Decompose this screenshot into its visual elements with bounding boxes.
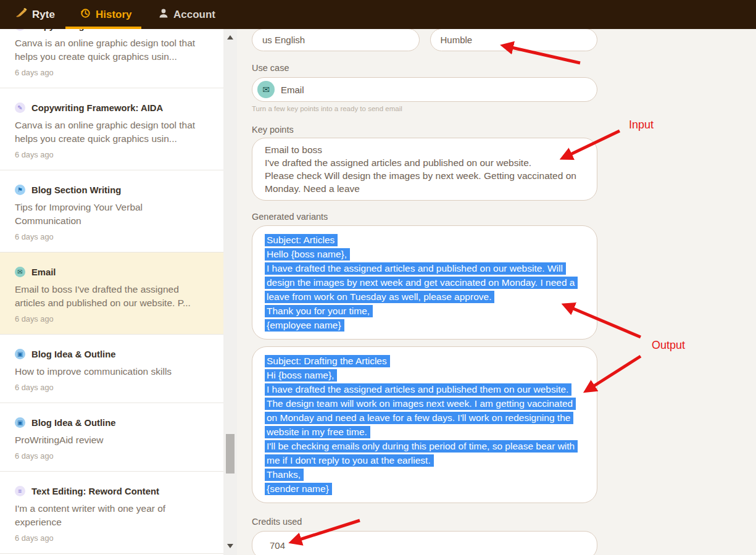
highlighted-text: Hello {boss name},: [265, 248, 350, 261]
history-item-description: Canva is an online graphic design tool t…: [15, 36, 207, 64]
history-item[interactable]: ▣Blog Idea & OutlineHow to improve commu…: [0, 335, 223, 403]
history-item-description: I'm a content writer with one year of ex…: [15, 502, 207, 529]
credits-used-field[interactable]: 704: [252, 531, 597, 555]
credits-used-value: 704: [270, 540, 285, 551]
history-clock-icon: [80, 8, 91, 22]
history-item[interactable]: ✎Copywriting Framework: AIDACanva is an …: [0, 29, 223, 88]
highlighted-text: I'll be checking emails only during this…: [265, 440, 578, 467]
history-item-timestamp: 6 days ago: [15, 451, 207, 461]
email-icon: ✉: [15, 267, 25, 277]
history-item-timestamp: 6 days ago: [15, 383, 207, 392]
highlighted-text: Thank you for your time,: [265, 305, 373, 317]
scrollbar-up-arrow[interactable]: [223, 31, 237, 43]
tab-history[interactable]: History: [80, 0, 132, 29]
key-points-line: Email to boss: [265, 143, 584, 156]
blog-idea-icon: ▣: [15, 349, 25, 359]
history-item-description: Canva is an online graphic design tool t…: [15, 119, 207, 146]
highlighted-text: {employee name}: [265, 319, 344, 332]
history-item-title: Blog Idea & Outline: [31, 418, 115, 428]
brand-label: Ryte: [32, 9, 55, 21]
highlighted-text: Thanks,: [265, 469, 304, 481]
blog-section-icon: ⚑: [15, 185, 25, 195]
tab-account[interactable]: Account: [159, 0, 215, 29]
use-case-label: Use case: [252, 63, 597, 73]
key-points-label: Key points: [252, 125, 597, 135]
key-points-textarea[interactable]: Email to bossI've drafted the assigned a…: [252, 138, 597, 201]
language-field[interactable]: us English: [252, 29, 420, 51]
history-item[interactable]: ▣Blog Idea & OutlineProWritingAid review…: [0, 403, 223, 472]
history-item-title: Email: [31, 267, 56, 277]
history-item[interactable]: ⚑Blog Section WritingTips for Improving …: [0, 170, 223, 252]
tab-history-label: History: [96, 9, 132, 21]
history-item-title: Text Editing: Reword Content: [31, 486, 159, 496]
key-points-line: Please check Will design the images by n…: [265, 169, 584, 195]
credits-used-label: Credits used: [252, 517, 597, 527]
highlighted-text: {sender name}: [265, 483, 332, 495]
highlighted-text: I have drafted the assigned articles and…: [265, 383, 576, 438]
tone-field[interactable]: Humble: [430, 29, 598, 51]
use-case-helper-text: Turn a few key points into a ready to se…: [252, 105, 597, 112]
history-item-timestamp: 6 days ago: [15, 232, 207, 241]
history-item-timestamp: 6 days ago: [15, 68, 207, 77]
ryte-logo-icon: [15, 8, 28, 21]
copywriting-icon: ✎: [15, 29, 25, 31]
scrollbar-thumb[interactable]: [226, 434, 235, 474]
sidebar-scrollbar[interactable]: [223, 29, 237, 555]
active-tab-underline: [65, 27, 141, 29]
generated-variants: Subject: ArticlesHello {boss name},I hav…: [252, 225, 597, 503]
scrollbar-down-arrow[interactable]: [223, 540, 237, 551]
history-item-description: Tips for Improving Your Verbal Communica…: [15, 201, 207, 228]
highlighted-text: I have drafted the assigned articles and…: [265, 262, 578, 303]
use-case-field[interactable]: ✉ Email: [252, 77, 597, 102]
history-item-title: Blog Idea & Outline: [31, 349, 115, 359]
tone-value: Humble: [441, 35, 473, 45]
history-item[interactable]: ✉EmailEmail to boss I've drafted the ass…: [0, 252, 223, 335]
copywriting-icon: ✎: [15, 102, 25, 113]
history-item-title: Blog Section Writing: [31, 185, 121, 195]
account-person-icon: [159, 8, 168, 22]
language-value: us English: [262, 35, 305, 45]
history-item-description: Email to boss I've drafted the assigned …: [15, 283, 207, 310]
history-item-timestamp: 6 days ago: [15, 533, 207, 543]
detail-panel: us English Humble Use case ✉ Email Turn …: [237, 29, 756, 555]
history-item[interactable]: ≡Text Editing: Reword ContentI'm a conte…: [0, 472, 223, 554]
brand-ryte[interactable]: Ryte: [15, 0, 55, 29]
history-item-description: ProWritingAid review: [15, 433, 207, 447]
history-item-title: Copywriting Framework: AIDA: [31, 29, 163, 31]
use-case-value: Email: [281, 85, 304, 95]
tab-account-label: Account: [173, 9, 215, 21]
history-item-title: Copywriting Framework: AIDA: [31, 103, 163, 113]
history-sidebar: ✎Copywriting Framework: AIDACanva is an …: [0, 29, 223, 555]
history-item-description: How to improve communication skills: [15, 365, 207, 378]
text-editing-icon: ≡: [15, 486, 25, 496]
blog-idea-icon: ▣: [15, 417, 25, 428]
top-nav-bar: Ryte History Account: [0, 0, 756, 29]
history-list: ✎Copywriting Framework: AIDACanva is an …: [0, 29, 223, 555]
key-points-line: I've drafted the assigned articles and p…: [265, 156, 584, 169]
generated-variants-label: Generated variants: [252, 212, 597, 222]
highlighted-text: Subject: Articles: [265, 234, 338, 246]
history-item-timestamp: 6 days ago: [15, 150, 207, 159]
history-item-timestamp: 6 days ago: [15, 314, 207, 323]
generated-variant-box[interactable]: Subject: ArticlesHello {boss name},I hav…: [252, 225, 597, 340]
generated-variant-box[interactable]: Subject: Drafting the ArticlesHi {boss n…: [252, 346, 597, 503]
highlighted-text: Hi {boss name},: [265, 369, 337, 382]
email-use-case-icon: ✉: [257, 81, 275, 98]
highlighted-text: Subject: Drafting the Articles: [265, 355, 390, 367]
history-item[interactable]: ✎Copywriting Framework: AIDACanva is an …: [0, 88, 223, 170]
